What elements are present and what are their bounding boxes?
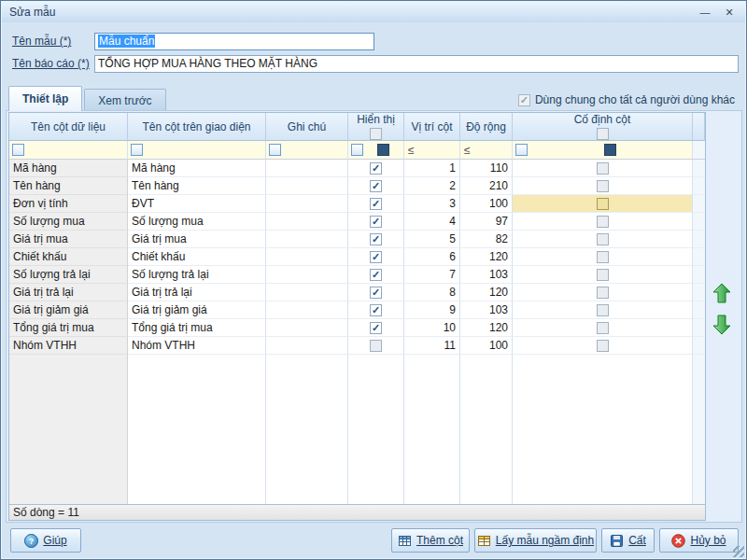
filter-ui-column[interactable]: [128, 141, 266, 160]
header-ui-column[interactable]: Tên cột trên giao diện: [128, 113, 266, 141]
cell-width[interactable]: 82: [460, 231, 513, 248]
table-row[interactable]: Mã hàngMã hàng✓1110: [9, 160, 705, 177]
cell-width[interactable]: 103: [460, 301, 513, 319]
header-fixed[interactable]: Cố định cột: [513, 113, 693, 141]
default-template-button[interactable]: Lấy mẫu ngầm định: [474, 528, 597, 553]
header-visible-checkbox[interactable]: [370, 128, 382, 140]
cell-data-column[interactable]: Đơn vị tính: [9, 195, 128, 213]
cell-visible[interactable]: ✓: [348, 301, 404, 319]
cell-visible[interactable]: ✓: [348, 319, 404, 337]
visible-checkbox[interactable]: ✓: [370, 304, 382, 316]
header-note[interactable]: Ghi chú: [266, 113, 348, 141]
cell-note[interactable]: [266, 177, 348, 195]
tab-thiet-lap[interactable]: Thiết lập: [8, 86, 82, 111]
cell-fixed[interactable]: [513, 248, 693, 266]
cell-note[interactable]: [266, 301, 348, 319]
table-row[interactable]: Giá trị trả lạiGiá trị trả lại✓8120: [9, 284, 705, 301]
filter-icon[interactable]: [515, 144, 528, 156]
cell-data-column[interactable]: Giá trị trả lại: [9, 284, 128, 301]
cell-width[interactable]: 103: [460, 266, 513, 284]
table-row[interactable]: Số lượng muaSố lượng mua✓497: [9, 213, 705, 231]
cell-fixed[interactable]: [513, 266, 693, 284]
cell-position[interactable]: 4: [404, 213, 460, 231]
visible-checkbox[interactable]: ✓: [370, 322, 382, 334]
indeterminate-checkbox-icon[interactable]: [604, 144, 616, 156]
filter-fixed[interactable]: [513, 141, 693, 160]
cell-width[interactable]: 120: [460, 248, 513, 266]
fixed-checkbox[interactable]: [597, 198, 609, 210]
fixed-checkbox[interactable]: [597, 180, 609, 192]
cell-data-column[interactable]: Giá trị giảm giá: [9, 301, 128, 319]
filter-icon[interactable]: [351, 144, 363, 156]
visible-checkbox[interactable]: ✓: [370, 251, 382, 263]
cell-width[interactable]: 100: [460, 337, 513, 355]
cell-fixed[interactable]: [513, 337, 693, 355]
fixed-checkbox[interactable]: [597, 322, 609, 334]
visible-checkbox[interactable]: ✓: [370, 269, 382, 281]
cell-ui-column[interactable]: Mã hàng: [128, 160, 266, 177]
cell-fixed[interactable]: [513, 231, 693, 248]
filter-visible[interactable]: [348, 141, 404, 160]
cell-data-column[interactable]: Chiết khấu: [9, 248, 128, 266]
cell-visible[interactable]: ✓: [348, 248, 404, 266]
fixed-checkbox[interactable]: [597, 269, 609, 281]
filter-icon[interactable]: [12, 144, 24, 156]
cell-ui-column[interactable]: ĐVT: [128, 195, 266, 213]
move-down-button[interactable]: [710, 313, 734, 337]
cancel-button[interactable]: Hủy bỏ: [659, 528, 739, 553]
cell-note[interactable]: [266, 337, 348, 355]
cell-width[interactable]: 100: [460, 195, 513, 213]
help-button[interactable]: ? Giúp: [10, 528, 81, 553]
fixed-checkbox[interactable]: [597, 233, 609, 245]
visible-checkbox[interactable]: ✓: [370, 162, 382, 175]
visible-checkbox[interactable]: ✓: [370, 198, 382, 210]
cell-width[interactable]: 110: [460, 160, 513, 177]
cell-fixed[interactable]: [513, 213, 693, 231]
table-row[interactable]: Nhóm VTHHNhóm VTHH11100: [9, 337, 705, 355]
share-checkbox[interactable]: ✓: [518, 94, 530, 106]
filter-position[interactable]: ≤: [404, 141, 460, 160]
cell-visible[interactable]: ✓: [348, 195, 404, 213]
cell-visible[interactable]: ✓: [348, 213, 404, 231]
tab-xem-truoc[interactable]: Xem trước: [84, 89, 165, 111]
fixed-checkbox[interactable]: [597, 162, 609, 175]
cell-width[interactable]: 120: [460, 284, 513, 301]
report-name-input[interactable]: TỔNG HỢP MUA HÀNG THEO MẶT HÀNG: [94, 55, 739, 73]
less-equal-icon[interactable]: ≤: [464, 144, 471, 157]
cell-fixed[interactable]: [513, 284, 693, 301]
add-column-button[interactable]: Thêm cột: [391, 528, 470, 553]
cell-data-column[interactable]: Nhóm VTHH: [9, 337, 128, 355]
template-name-input[interactable]: Mẫu chuẩn: [94, 33, 374, 50]
header-visible[interactable]: Hiển thị: [348, 113, 404, 141]
table-row[interactable]: Giá trị giảm giáGiá trị giảm giá✓9103: [9, 301, 705, 319]
cell-visible[interactable]: ✓: [348, 177, 404, 195]
cell-position[interactable]: 8: [404, 284, 460, 301]
filter-icon[interactable]: [131, 144, 143, 156]
cell-position[interactable]: 6: [404, 248, 460, 266]
fixed-checkbox[interactable]: [597, 251, 609, 263]
table-row[interactable]: Đơn vị tínhĐVT✓3100: [9, 195, 705, 213]
table-row[interactable]: Giá trị muaGiá trị mua✓582: [9, 231, 705, 248]
filter-data-column[interactable]: [9, 141, 128, 160]
header-position[interactable]: Vị trí cột: [404, 113, 460, 141]
filter-icon[interactable]: [269, 144, 281, 156]
table-row[interactable]: Tổng giá trị muaTổng giá trị mua✓10120: [9, 319, 705, 337]
header-width[interactable]: Độ rộng: [460, 113, 513, 141]
cell-data-column[interactable]: Số lượng mua: [9, 213, 128, 231]
cell-data-column[interactable]: Số lượng trả lại: [9, 266, 128, 284]
filter-note[interactable]: [266, 141, 348, 160]
visible-checkbox[interactable]: ✓: [370, 216, 382, 228]
cell-data-column[interactable]: Tổng giá trị mua: [9, 319, 128, 337]
cell-data-column[interactable]: Giá trị mua: [9, 231, 128, 248]
cell-ui-column[interactable]: Số lượng mua: [128, 213, 266, 231]
cell-fixed[interactable]: [513, 160, 693, 177]
cell-note[interactable]: [266, 160, 348, 177]
share-checkbox-row[interactable]: ✓ Dùng chung cho tất cả người dùng khác: [518, 93, 735, 106]
visible-checkbox[interactable]: ✓: [370, 180, 382, 192]
cell-ui-column[interactable]: Chiết khấu: [128, 248, 266, 266]
cell-visible[interactable]: ✓: [348, 266, 404, 284]
less-equal-icon[interactable]: ≤: [408, 144, 415, 157]
cell-visible[interactable]: ✓: [348, 231, 404, 248]
cell-position[interactable]: 9: [404, 301, 460, 319]
cell-fixed[interactable]: [513, 177, 693, 195]
